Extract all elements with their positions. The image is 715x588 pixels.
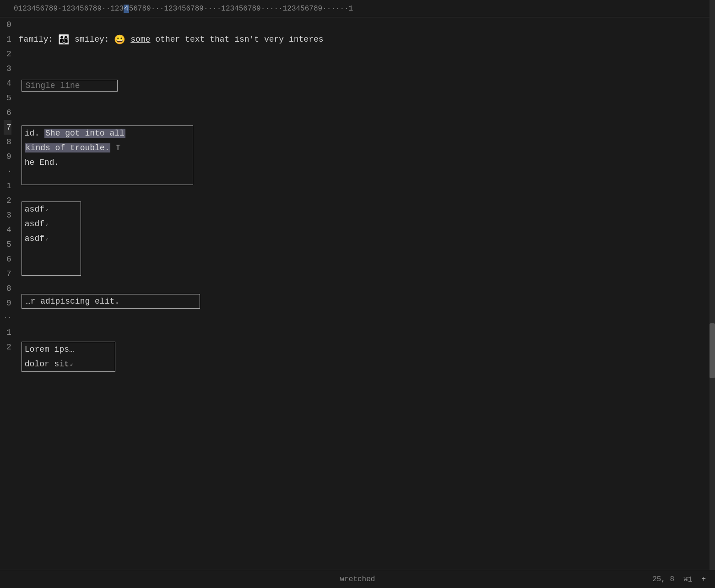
asdf-line-2: asdf↙ bbox=[22, 217, 81, 231]
lorem-widget[interactable]: Lorem ips… dolor sit↙ bbox=[22, 342, 115, 372]
wml-selected-2: kinds of trouble. bbox=[25, 143, 111, 152]
status-mode: wretched bbox=[340, 575, 375, 583]
line1-smiley-label: smiley: bbox=[70, 35, 114, 44]
smiley-emoji: 😀 bbox=[114, 34, 125, 45]
asdf-text-1: asdf bbox=[25, 205, 44, 214]
family-emoji: 👨‍👩‍👦 bbox=[58, 34, 70, 45]
line-num-19: 9 bbox=[4, 296, 11, 310]
content-line-1: family: 👨‍👩‍👦 smiley: 😀 some other text … bbox=[15, 32, 715, 47]
resize-icon-lorem: ↙ bbox=[70, 361, 73, 368]
line-num-dots: ·· bbox=[4, 310, 11, 325]
content-line-2 bbox=[15, 47, 715, 61]
line-num-0: 0 bbox=[4, 17, 11, 32]
lorem-line-1: Lorem ips… bbox=[22, 342, 115, 357]
asdf-text-3: asdf bbox=[25, 234, 44, 243]
multi-line-widget-container: id. She got into all kinds of trouble. T… bbox=[15, 125, 715, 186]
line-num-5: 5 bbox=[4, 91, 11, 105]
content-line-9b bbox=[15, 311, 715, 326]
line-num-15: 5 bbox=[4, 237, 11, 252]
status-plus[interactable]: + bbox=[701, 575, 706, 583]
asdf-widget[interactable]: asdf↙ asdf↙ asdf↙ bbox=[22, 201, 81, 276]
line1-rest: some other text that isn't very interes bbox=[125, 35, 323, 44]
line1-text: family: bbox=[19, 35, 58, 44]
scrollbar-thumb[interactable] bbox=[710, 323, 715, 378]
content-line-6 bbox=[15, 110, 715, 125]
single-text-widget[interactable]: …r adipiscing elit. bbox=[22, 294, 200, 309]
wml-line3-text: he End. bbox=[25, 158, 60, 167]
wml-selected-1: She got into all bbox=[44, 129, 125, 138]
line-num-7: 7 bbox=[4, 120, 11, 135]
line-num-12: 2 bbox=[4, 193, 11, 208]
ruler-text: 0123456789·123456789··123456789···123456… bbox=[14, 5, 353, 13]
multi-line-widget[interactable]: id. She got into all kinds of trouble. T… bbox=[22, 125, 193, 185]
line-num-dot: · bbox=[4, 164, 11, 179]
content-line-dots bbox=[15, 326, 715, 341]
asdf-line-1: asdf↙ bbox=[22, 202, 81, 217]
editor-container: 0123456789·123456789··123456789···123456… bbox=[0, 0, 715, 588]
main-area: 0 1 2 3 4 5 6 7 8 9 · 1 2 3 4 5 6 7 8 9 … bbox=[0, 17, 715, 588]
wml-line-3: he End. bbox=[22, 155, 193, 170]
resize-icon-2: ↙ bbox=[45, 221, 49, 228]
asdf-blank-1 bbox=[22, 246, 81, 261]
resize-icon-1: ↙ bbox=[45, 206, 49, 213]
line-num-4: 4 bbox=[4, 76, 11, 91]
content-line-after-dot-1 bbox=[15, 186, 715, 201]
line-num-9: 9 bbox=[4, 149, 11, 164]
wml-line-1: id. She got into all bbox=[22, 126, 193, 141]
line-num-11: 1 bbox=[4, 179, 11, 193]
lorem-widget-container: Lorem ips… dolor sit↙ bbox=[15, 341, 715, 373]
status-cmd: ⌘1 bbox=[683, 575, 692, 584]
line-num-3: 3 bbox=[4, 61, 11, 76]
wml-prefix: id. bbox=[25, 129, 44, 138]
asdf-line-3: asdf↙ bbox=[22, 231, 81, 246]
wml-end-2: T bbox=[110, 143, 120, 152]
wml-line-dot bbox=[22, 170, 193, 185]
content-area: family: 👨‍👩‍👦 smiley: 😀 some other text … bbox=[15, 17, 715, 588]
content-line-3 bbox=[15, 61, 715, 76]
content-line-0 bbox=[15, 17, 715, 32]
content-line-4: Single line bbox=[15, 76, 715, 95]
single-line-placeholder: Single line bbox=[26, 81, 80, 90]
content-line-7b bbox=[15, 277, 715, 291]
single-text-content: …r adipiscing elit. bbox=[26, 297, 119, 306]
line-num-14: 4 bbox=[4, 223, 11, 237]
line-numbers: 0 1 2 3 4 5 6 7 8 9 · 1 2 3 4 5 6 7 8 9 … bbox=[0, 17, 15, 588]
line-num-2: 2 bbox=[4, 47, 11, 61]
line-num-1: 1 bbox=[4, 32, 11, 47]
content-line-8b: …r adipiscing elit. bbox=[15, 291, 715, 311]
line-num-6: 6 bbox=[4, 105, 11, 120]
status-bar: wretched 25, 8 ⌘1 + bbox=[0, 570, 715, 588]
mode-label: wretched bbox=[340, 575, 375, 583]
lorem-text-1: Lorem ips… bbox=[25, 345, 74, 354]
line-num-17: 7 bbox=[4, 267, 11, 281]
line-num-22: 2 bbox=[4, 340, 11, 354]
status-position: 25, 8 bbox=[652, 575, 674, 583]
asdf-widget-container: asdf↙ asdf↙ asdf↙ bbox=[15, 201, 715, 277]
resize-icon-3: ↙ bbox=[45, 235, 49, 242]
line-num-21: 1 bbox=[4, 325, 11, 340]
content-line-5 bbox=[15, 95, 715, 110]
line-num-18: 8 bbox=[4, 281, 11, 296]
line-num-8: 8 bbox=[4, 135, 11, 149]
asdf-blank-2 bbox=[22, 261, 81, 275]
wml-line-2: kinds of trouble. T bbox=[22, 141, 193, 155]
single-line-widget[interactable]: Single line bbox=[22, 80, 118, 92]
ruler: 0123456789·123456789··123456789···123456… bbox=[0, 0, 715, 17]
status-right: 25, 8 ⌘1 + bbox=[652, 575, 706, 584]
lorem-line-2: dolor sit↙ bbox=[22, 357, 115, 371]
lorem-text-2: dolor sit bbox=[25, 359, 69, 369]
asdf-text-2: asdf bbox=[25, 219, 44, 229]
line-num-16: 6 bbox=[4, 252, 11, 267]
scrollbar[interactable] bbox=[710, 17, 715, 588]
line-num-13: 3 bbox=[4, 208, 11, 223]
